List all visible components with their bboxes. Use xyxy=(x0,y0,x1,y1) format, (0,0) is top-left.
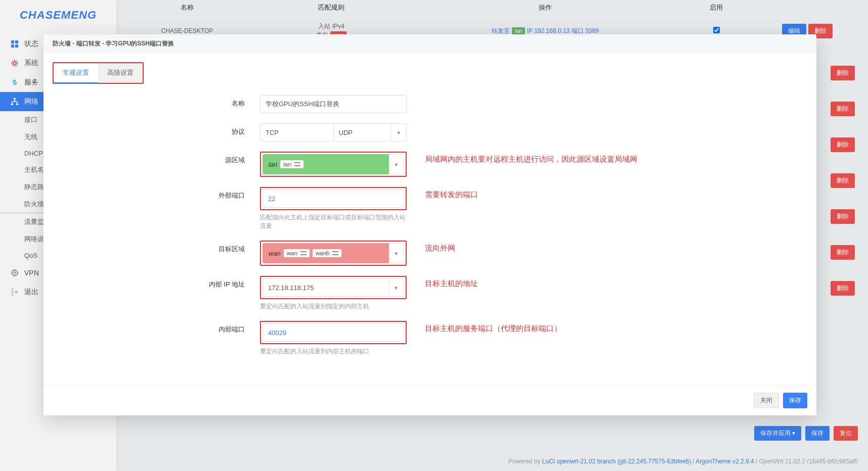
label-ext-port: 外部端口 xyxy=(53,187,260,200)
zone-chip-wan: wan: xyxy=(284,249,310,257)
name-input[interactable] xyxy=(260,95,407,113)
label-name: 名称 xyxy=(53,95,260,108)
chevron-down-icon[interactable]: ▾ xyxy=(389,154,404,174)
protocol-tcp-select[interactable]: TCP xyxy=(260,123,334,142)
label-int-ip: 内部 IP 地址 xyxy=(53,276,260,289)
annotation-int-ip: 目标主机的地址 xyxy=(407,276,478,289)
modal-title: 防火墙 - 端口转发 - 学习GPU的SSH端口替换 xyxy=(44,34,816,53)
modal-tabs: 常规设置 高级设置 xyxy=(53,62,144,84)
zone-chip-lan: lan: xyxy=(280,160,303,168)
save-button[interactable]: 保存 xyxy=(783,393,807,408)
annotation-src-zone: 局域网内的主机要对远程主机进行访问，因此源区域设置局域网 xyxy=(407,152,637,164)
chevron-down-icon[interactable]: ▾ xyxy=(389,243,404,263)
int-ip-select[interactable]: 172.18.118.175 ▾ xyxy=(263,278,404,297)
swap-icon xyxy=(294,162,300,167)
close-button[interactable]: 关闭 xyxy=(754,393,779,408)
label-src-zone: 源区域 xyxy=(53,152,260,165)
chevron-down-icon: ▾ xyxy=(388,279,404,296)
chevron-down-icon: ▾ xyxy=(391,124,406,141)
zone-chip-wan6: wan6: xyxy=(313,249,341,257)
annotation-ext-port: 需要转发的端口 xyxy=(407,187,478,200)
src-zone-select[interactable]: lan lan: xyxy=(263,154,389,174)
help-int-ip: 重定向匹配的入站流量到指定的内部主机 xyxy=(260,302,407,311)
annotation-int-port: 目标主机的服务端口（代理的目标端口） xyxy=(407,321,561,334)
label-int-port: 内部端口 xyxy=(53,321,260,334)
modal-footer: 关闭 保存 xyxy=(44,385,816,415)
help-ext-port: 匹配指向此主机上指定目标端口或目标端口范围的入站流量 xyxy=(260,213,407,230)
tab-general[interactable]: 常规设置 xyxy=(54,63,98,84)
ext-port-input[interactable] xyxy=(263,190,404,208)
help-int-port: 重定向匹配的入站流量到内部主机的端口 xyxy=(260,347,407,356)
modal-dialog: 防火墙 - 端口转发 - 学习GPU的SSH端口替换 常规设置 高级设置 名称 … xyxy=(44,34,816,415)
label-dst-zone: 目标区域 xyxy=(53,241,260,254)
label-protocol: 协议 xyxy=(53,123,260,136)
dst-zone-select[interactable]: wan wan: wan6: xyxy=(263,243,389,263)
annotation-dst-zone: 流向外网 xyxy=(407,241,455,253)
swap-icon xyxy=(300,251,307,256)
tab-advanced[interactable]: 高级设置 xyxy=(98,63,143,83)
protocol-udp-select[interactable]: UDP▾ xyxy=(334,123,407,142)
int-port-input[interactable] xyxy=(263,323,404,342)
swap-icon xyxy=(332,251,338,256)
